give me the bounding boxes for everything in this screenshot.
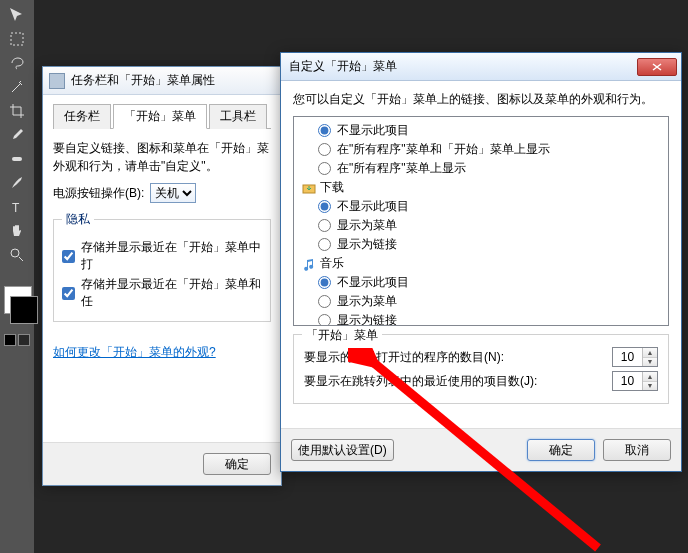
taskbar-properties-dialog: 任务栏和「开始」菜单属性 任务栏 「开始」菜单 工具栏 要自定义链接、图标和菜单… <box>42 66 282 486</box>
crop-tool-icon[interactable] <box>3 100 31 122</box>
radio-option[interactable]: 显示为链接 <box>296 235 666 254</box>
ok-button[interactable]: 确定 <box>203 453 271 475</box>
tab-strip: 任务栏 「开始」菜单 工具栏 <box>53 103 271 129</box>
tab-start[interactable]: 「开始」菜单 <box>113 104 207 129</box>
radio-option[interactable]: 在"所有程序"菜单上显示 <box>296 159 666 178</box>
group-music: 音乐 <box>296 254 666 273</box>
start-size-group: 「开始」菜单 要显示的最近打开过的程序的数目(N): 10 ▲▼ 要显示在跳转列… <box>293 334 669 404</box>
radio-option[interactable]: 显示为菜单 <box>296 216 666 235</box>
zoom-tool-icon[interactable] <box>3 244 31 266</box>
dialog-title: 自定义「开始」菜单 <box>289 58 397 75</box>
music-icon <box>302 257 316 271</box>
privacy-group: 隐私 存储并显示最近在「开始」菜单中打 存储并显示最近在「开始」菜单和任 <box>53 211 271 322</box>
spin-up-icon[interactable]: ▲ <box>643 372 657 382</box>
options-tree[interactable]: 不显示此项目 在"所有程序"菜单和「开始」菜单上显示 在"所有程序"菜单上显示 … <box>293 116 669 326</box>
power-label: 电源按钮操作(B): <box>53 185 144 202</box>
jumplist-spinner[interactable]: 10 ▲▼ <box>612 371 658 391</box>
radio-option[interactable]: 显示为菜单 <box>296 292 666 311</box>
recent-programs-spinner[interactable]: 10 ▲▼ <box>612 347 658 367</box>
wand-tool-icon[interactable] <box>3 76 31 98</box>
spin-down-icon[interactable]: ▼ <box>643 358 657 367</box>
photoshop-toolbar: T <box>0 0 34 553</box>
cancel-button[interactable]: 取消 <box>603 439 671 461</box>
checkbox[interactable] <box>62 287 75 300</box>
radio-option[interactable]: 不显示此项目 <box>296 121 666 140</box>
group-legend: 「开始」菜单 <box>302 327 382 344</box>
radio-option[interactable]: 在"所有程序"菜单和「开始」菜单上显示 <box>296 140 666 159</box>
radio-option[interactable]: 显示为链接 <box>296 311 666 326</box>
defaults-button[interactable]: 使用默认设置(D) <box>291 439 394 461</box>
close-button[interactable] <box>637 58 677 76</box>
close-icon <box>652 63 662 71</box>
help-link[interactable]: 如何更改「开始」菜单的外观? <box>53 344 216 361</box>
recent-programs-label: 要显示的最近打开过的程序的数目(N): <box>304 349 504 366</box>
svg-rect-0 <box>11 33 23 45</box>
move-tool-icon[interactable] <box>3 4 31 26</box>
spin-up-icon[interactable]: ▲ <box>643 348 657 358</box>
folder-download-icon <box>302 181 316 195</box>
spin-down-icon[interactable]: ▼ <box>643 382 657 391</box>
power-select[interactable]: 关机 <box>150 183 196 203</box>
eyedropper-tool-icon[interactable] <box>3 124 31 146</box>
checkbox[interactable] <box>62 250 75 263</box>
titlebar[interactable]: 自定义「开始」菜单 <box>281 53 681 81</box>
hint-text: 要自定义链接、图标和菜单在「开始」菜 外观和行为，请单击"自定义"。 <box>53 139 271 175</box>
screenmode-icon[interactable] <box>18 334 30 346</box>
svg-rect-1 <box>12 157 22 161</box>
dialog-title: 任务栏和「开始」菜单属性 <box>71 72 215 89</box>
svg-point-3 <box>11 249 19 257</box>
customize-start-dialog: 自定义「开始」菜单 您可以自定义「开始」菜单上的链接、图标以及菜单的外观和行为。… <box>280 52 682 472</box>
type-tool-icon[interactable]: T <box>3 196 31 218</box>
jumplist-label: 要显示在跳转列表中的最近使用的项目数(J): <box>304 373 537 390</box>
radio-option[interactable]: 不显示此项目 <box>296 273 666 292</box>
marquee-tool-icon[interactable] <box>3 28 31 50</box>
tab-taskbar[interactable]: 任务栏 <box>53 104 111 129</box>
quickmask-icon[interactable] <box>4 334 16 346</box>
svg-text:T: T <box>12 201 20 215</box>
tab-toolbar[interactable]: 工具栏 <box>209 104 267 129</box>
hand-tool-icon[interactable] <box>3 220 31 242</box>
titlebar[interactable]: 任务栏和「开始」菜单属性 <box>43 67 281 95</box>
background-swatch[interactable] <box>10 296 38 324</box>
privacy-legend: 隐私 <box>62 211 94 228</box>
heal-tool-icon[interactable] <box>3 148 31 170</box>
ok-button[interactable]: 确定 <box>527 439 595 461</box>
description: 您可以自定义「开始」菜单上的链接、图标以及菜单的外观和行为。 <box>293 91 669 108</box>
window-icon <box>49 73 65 89</box>
privacy-check-2[interactable]: 存储并显示最近在「开始」菜单和任 <box>62 276 262 310</box>
privacy-check-1[interactable]: 存储并显示最近在「开始」菜单中打 <box>62 239 262 273</box>
group-download: 下载 <box>296 178 666 197</box>
radio-option[interactable]: 不显示此项目 <box>296 197 666 216</box>
lasso-tool-icon[interactable] <box>3 52 31 74</box>
brush-tool-icon[interactable] <box>3 172 31 194</box>
